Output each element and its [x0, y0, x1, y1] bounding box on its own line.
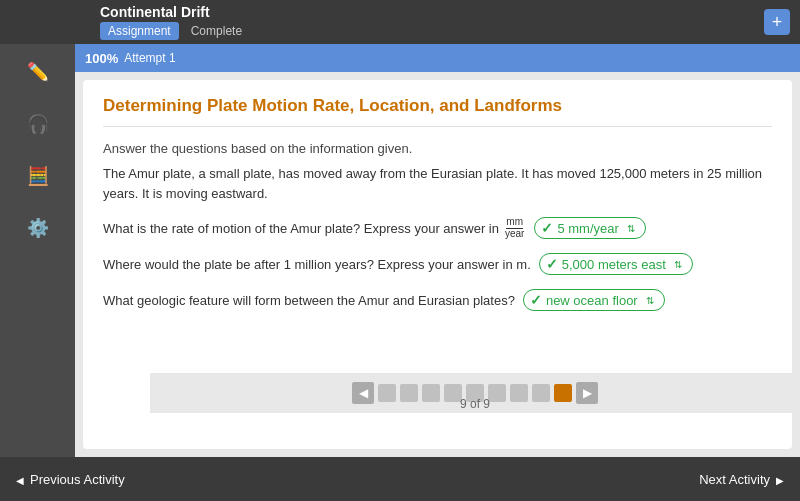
add-button[interactable]: +	[764, 9, 790, 35]
q2-check-icon: ✓	[546, 256, 558, 272]
page-dot-3[interactable]	[422, 384, 440, 402]
page-dot-7[interactable]	[510, 384, 528, 402]
next-activity-button[interactable]: Next Activity	[699, 472, 784, 487]
prev-page-button[interactable]: ◀	[352, 382, 374, 404]
q3-answer[interactable]: ✓ new ocean floor ⇅	[523, 289, 665, 311]
progress-percent: 100%	[85, 51, 118, 66]
page-title: Continental Drift	[100, 4, 764, 20]
headphones-icon[interactable]: 🎧	[20, 106, 56, 142]
q3-check-icon: ✓	[530, 292, 542, 308]
page-dot-9[interactable]	[554, 384, 572, 402]
prev-activity-button[interactable]: Previous Activity	[16, 472, 125, 487]
main-content: 100% Attempt 1 Determining Plate Motion …	[75, 44, 800, 457]
calculator-icon[interactable]: 🧮	[20, 158, 56, 194]
page-dot-6[interactable]	[488, 384, 506, 402]
footer: Previous Activity Next Activity	[0, 457, 800, 501]
q2-answer[interactable]: ✓ 5,000 meters east ⇅	[539, 253, 693, 275]
q3-answer-text: new ocean floor	[546, 293, 638, 308]
q1-unit: mm year	[505, 217, 524, 239]
next-arrow-icon	[776, 472, 784, 487]
pencil-icon[interactable]: ✏️	[20, 54, 56, 90]
prev-arrow-icon	[16, 472, 24, 487]
progress-bar: 100% Attempt 1	[75, 44, 800, 72]
page-dot-8[interactable]	[532, 384, 550, 402]
page-dot-1[interactable]	[378, 384, 396, 402]
attempt-label: Attempt 1	[124, 51, 175, 65]
top-bar: Continental Drift Assignment Complete +	[0, 0, 800, 44]
page-dot-4[interactable]	[444, 384, 462, 402]
tab-area: Assignment Complete	[100, 22, 764, 40]
q3-arrows-icon: ⇅	[646, 295, 654, 306]
prev-activity-label: Previous Activity	[30, 472, 125, 487]
tab-assignment[interactable]: Assignment	[100, 22, 179, 40]
q1-arrows-icon: ⇅	[627, 223, 635, 234]
page-dot-5[interactable]	[466, 384, 484, 402]
q2-answer-text: 5,000 meters east	[562, 257, 666, 272]
title-area: Continental Drift Assignment Complete	[10, 4, 764, 40]
q3-text: What geologic feature will form between …	[103, 293, 515, 308]
q1-check-icon: ✓	[541, 220, 553, 236]
page-dot-2[interactable]	[400, 384, 418, 402]
question-row-3: What geologic feature will form between …	[103, 289, 772, 311]
q1-answer-text: 5 mm/year	[557, 221, 618, 236]
q1-answer[interactable]: ✓ 5 mm/year ⇅	[534, 217, 645, 239]
next-page-button[interactable]: ▶	[576, 382, 598, 404]
pagination-nav: ◀ ▶	[150, 373, 800, 413]
passage: The Amur plate, a small plate, has moved…	[103, 164, 772, 203]
sidebar: ✏️ 🎧 🧮 ⚙️	[0, 44, 75, 457]
question-row-2: Where would the plate be after 1 million…	[103, 253, 772, 275]
instructions: Answer the questions based on the inform…	[103, 141, 772, 156]
tab-complete[interactable]: Complete	[183, 22, 250, 40]
q2-text: Where would the plate be after 1 million…	[103, 257, 531, 272]
question-title: Determining Plate Motion Rate, Location,…	[103, 96, 772, 127]
settings-icon[interactable]: ⚙️	[20, 210, 56, 246]
q1-text: What is the rate of motion of the Amur p…	[103, 221, 499, 236]
q2-arrows-icon: ⇅	[674, 259, 682, 270]
question-row-1: What is the rate of motion of the Amur p…	[103, 217, 772, 239]
next-activity-label: Next Activity	[699, 472, 770, 487]
